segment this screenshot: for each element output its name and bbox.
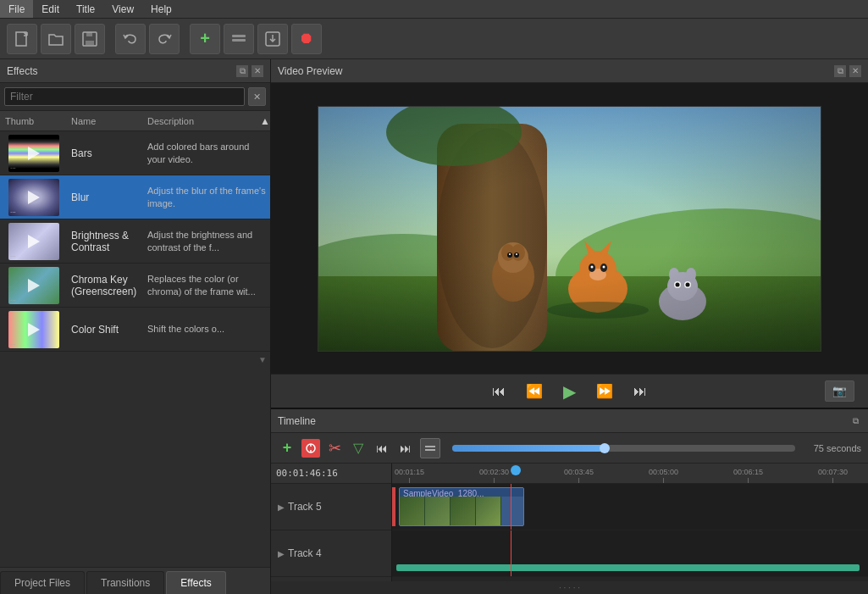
svg-rect-47 — [425, 446, 435, 447]
scroll-dots: · · · · · — [271, 581, 868, 594]
video-frame — [318, 106, 821, 352]
scroll-up-button[interactable]: ▲ — [260, 115, 270, 127]
filter-bar: ✕ — [0, 83, 270, 111]
preview-section: Video Preview ⧉ ✕ — [271, 59, 868, 408]
track-5-red-marker — [392, 487, 395, 526]
settings-button[interactable] — [224, 24, 254, 54]
tab-project-files[interactable]: Project Files — [0, 571, 85, 594]
col-name-header: Name — [68, 116, 144, 126]
preview-area — [271, 83, 868, 374]
ruler-tick-2: 00:02:30 — [494, 478, 495, 483]
ruler-tick-5: 00:06:15 — [748, 478, 749, 483]
tab-bar: Project Files Transitions Effects — [0, 567, 270, 594]
timeline-header: Timeline ⧉ — [271, 409, 868, 433]
preview-close-button[interactable]: ✕ — [849, 65, 861, 77]
timeline-settings-button[interactable] — [420, 438, 440, 458]
menu-help[interactable]: Help — [142, 0, 180, 18]
ruler-tick-1: 00:01:15 — [409, 478, 410, 483]
track-4-name: Track 4 — [288, 547, 322, 559]
screenshot-button[interactable]: 📷 — [825, 380, 854, 402]
tracks-area: 00:01:46:16 ▶ Track 5 ▶ Track 4 — [271, 464, 868, 581]
scrubber-area — [445, 445, 809, 452]
scroll-down-button[interactable]: ▼ — [0, 352, 270, 368]
effect-desc-blur: Adjust the blur of the frame's image. — [144, 181, 270, 213]
clip-frame-4 — [476, 497, 501, 525]
effect-row-colorshift[interactable]: ... Color Shift Shift the colors o... — [0, 308, 270, 352]
new-button[interactable] — [7, 24, 37, 54]
menu-file[interactable]: File — [0, 0, 33, 18]
export-button[interactable] — [257, 24, 288, 54]
effect-name-blur: Blur — [68, 188, 144, 207]
timeline-filter-button[interactable]: ▽ — [349, 439, 368, 458]
skip-end-button[interactable]: ⏭ — [627, 380, 654, 402]
svg-rect-48 — [425, 449, 435, 451]
preview-header: Video Preview ⧉ ✕ — [271, 59, 868, 83]
track-4-content[interactable] — [392, 530, 868, 577]
open-button[interactable] — [41, 24, 71, 54]
timecode-display: 00:01:46:16 — [276, 468, 338, 479]
clip-frame-2 — [425, 497, 451, 525]
track-5-clip[interactable]: SampleVideo_1280... — [399, 487, 524, 526]
filter-clear-button[interactable]: ✕ — [248, 87, 266, 106]
timeline-toolbar: + ✂ ▽ ⏮ ⏭ 75 seconds — [271, 433, 868, 464]
playhead-line — [511, 484, 511, 530]
add-button[interactable]: + — [190, 24, 220, 54]
track-5-content[interactable]: SampleVideo_1280... — [392, 484, 868, 530]
col-desc-header: Description — [144, 116, 260, 126]
effect-row-brightness[interactable]: ... Brightness & Contrast Adjust the bri… — [0, 219, 270, 264]
timecode-label-area: 00:01:46:16 — [271, 464, 391, 484]
timeline-restore-button[interactable]: ⧉ — [849, 415, 861, 427]
preview-title: Video Preview — [278, 65, 343, 77]
timeline-prev-marker-button[interactable]: ⏮ — [373, 439, 391, 458]
filter-input[interactable] — [4, 87, 245, 106]
col-thumb-header: Thumb — [0, 116, 68, 126]
redo-button[interactable] — [149, 24, 180, 54]
panel-close-button[interactable]: ✕ — [252, 65, 263, 77]
svg-rect-8 — [232, 39, 246, 42]
menu-view[interactable]: View — [103, 0, 142, 18]
track-4-label-inner: ▶ Track 4 — [278, 547, 322, 559]
timeline-content: 00:01:15 00:02:30 00:03:45 00:05:00 — [392, 464, 868, 581]
effect-name-chromakey: Chroma Key (Greenscreen) — [68, 270, 144, 301]
timeline-cut-button[interactable]: ✂ — [325, 439, 344, 458]
scrubber-track[interactable] — [452, 445, 795, 452]
svg-rect-0 — [16, 32, 26, 46]
undo-button[interactable] — [115, 24, 146, 54]
effect-row-blur[interactable]: ... Blur Adjust the blur of the frame's … — [0, 175, 270, 219]
track-4-expand-icon[interactable]: ▶ — [278, 549, 285, 558]
main-area: Effects ⧉ ✕ ✕ Thumb Name Description ▲ — [0, 59, 868, 594]
effect-thumb-bars: ... — [0, 132, 68, 175]
preview-restore-button[interactable]: ⧉ — [834, 65, 846, 77]
rewind-button[interactable]: ⏪ — [519, 380, 550, 402]
save-button[interactable] — [75, 24, 105, 54]
track-4-audio-bar — [396, 564, 860, 571]
thumb-play-icon-blur — [28, 191, 40, 204]
effect-row-chromakey[interactable]: ... Chroma Key (Greenscreen) Replaces th… — [0, 264, 270, 308]
effect-desc-chromakey: Replaces the color (or chroma) of the fr… — [144, 269, 270, 301]
effect-thumb-brightness: ... — [0, 220, 68, 263]
timeline-snap-button[interactable] — [301, 439, 320, 458]
tab-transitions[interactable]: Transitions — [86, 571, 164, 594]
thumb-play-icon — [28, 147, 40, 160]
record-button[interactable]: ⏺ — [291, 24, 322, 54]
toolbar: + ⏺ — [0, 19, 868, 59]
timeline-next-marker-button[interactable]: ⏭ — [396, 439, 415, 458]
panel-restore-button[interactable]: ⧉ — [236, 65, 248, 77]
video-overlay — [318, 107, 821, 351]
scrubber-thumb[interactable] — [600, 443, 610, 453]
play-button[interactable]: ▶ — [556, 378, 583, 405]
tab-effects[interactable]: Effects — [166, 571, 225, 594]
track-5-expand-icon[interactable]: ▶ — [278, 502, 285, 512]
playhead-ruler-marker — [511, 464, 521, 475]
effects-title: Effects — [7, 65, 37, 77]
fast-forward-button[interactable]: ⏩ — [589, 380, 620, 402]
effect-row-bars[interactable]: ... Bars Add colored bars around your vi… — [0, 131, 270, 175]
effect-thumb-colorshift: ... — [0, 308, 68, 351]
menu-edit[interactable]: Edit — [33, 0, 68, 18]
effect-name-bars: Bars — [68, 144, 144, 163]
skip-start-button[interactable]: ⏮ — [485, 380, 512, 402]
timeline-add-button[interactable]: + — [278, 439, 296, 458]
effect-desc-bars: Add colored bars around your video. — [144, 137, 270, 169]
menu-title[interactable]: Title — [68, 0, 103, 18]
timeline-title: Timeline — [278, 415, 316, 427]
